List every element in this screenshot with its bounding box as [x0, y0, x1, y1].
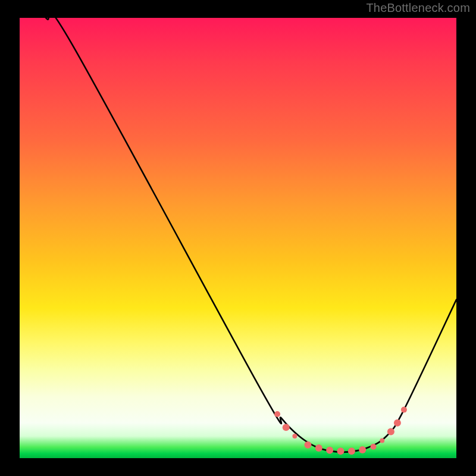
curve-marker	[337, 447, 344, 455]
curve-marker	[274, 411, 280, 417]
curve-marker	[371, 444, 377, 450]
curve-marker	[348, 447, 355, 455]
curve-marker	[387, 428, 394, 436]
plot-area	[20, 18, 456, 458]
curve-marker	[326, 447, 333, 454]
watermark-text: TheBottleneck.com	[366, 1, 470, 15]
curve-layer	[20, 18, 456, 458]
curve-marker	[359, 446, 366, 453]
marker-group	[274, 407, 407, 455]
curve-marker	[283, 424, 290, 431]
curve-marker	[315, 444, 322, 452]
curve-marker	[304, 441, 311, 449]
curve-marker	[292, 434, 297, 439]
curve-marker	[401, 407, 407, 413]
curve-marker	[380, 438, 384, 443]
chart-frame: TheBottleneck.com	[0, 0, 476, 476]
bottleneck-curve	[20, 0, 456, 452]
curve-marker	[394, 419, 401, 427]
